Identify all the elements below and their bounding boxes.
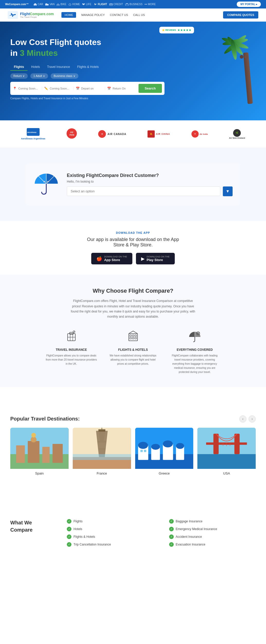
logo-flight: Flight	[20, 12, 30, 16]
select-option-input[interactable]	[67, 186, 220, 196]
air-china-label: Air China	[156, 133, 170, 135]
nav-contact-us[interactable]: CONTACT US	[110, 13, 128, 16]
next-destination-button[interactable]: ›	[249, 415, 256, 423]
svg-point-50	[31, 433, 36, 437]
tab-hotels[interactable]: Hotels	[27, 64, 43, 71]
tab-flights[interactable]: Flights	[10, 64, 27, 71]
select-arrow-button[interactable]: ▼	[223, 186, 233, 196]
return-input[interactable]	[113, 87, 134, 90]
top-nav-car[interactable]: CAR	[33, 3, 43, 6]
destination-france[interactable]: France	[73, 428, 131, 478]
svg-point-67	[163, 440, 173, 447]
return-option[interactable]: Return ∨	[10, 73, 28, 79]
play-store-button[interactable]: ▶ DOWNLOAD ON THE Play Store	[136, 253, 175, 264]
reviews-logo-text: ⭐ REVIEWS	[162, 29, 176, 31]
origin-input[interactable]	[18, 87, 39, 90]
destination-input[interactable]	[50, 87, 71, 90]
existing-customer-section: Existing FlightCompare Direct Customer? …	[0, 148, 266, 221]
top-nav-more[interactable]: ••• MORE	[144, 3, 156, 6]
umbrella-illustration	[33, 171, 59, 198]
business-icon	[125, 3, 129, 6]
logo-subtitle: The Travel People	[20, 16, 54, 18]
what-we-compare-section: What We Compare ✓ Flights ✓ Hotels ✓ Fli…	[0, 506, 266, 563]
top-nav-van[interactable]: VAN	[45, 3, 55, 6]
search-options: Return ∨ 1 Adult ∨ Business class ∨	[10, 73, 164, 79]
depart-input[interactable]	[81, 87, 102, 90]
popular-title: Popular Travel Destinations:	[10, 416, 80, 422]
svg-rect-49	[31, 436, 36, 442]
compare-flights-label: Flights	[74, 520, 82, 523]
main-header: FlightCompare.com The Travel People HOME…	[0, 8, 266, 22]
svg-rect-5	[45, 3, 47, 4]
destination-usa[interactable]: USA	[197, 428, 256, 478]
wecompare-brand: WeCompare.com™	[5, 3, 29, 6]
my-portal-button[interactable]: MY PORTAL ▸	[237, 2, 261, 7]
hero-content: Low Cost Flight quotes in 3 Minutes Flig…	[10, 37, 164, 100]
van-icon	[45, 3, 49, 6]
prev-destination-button[interactable]: ‹	[239, 415, 246, 423]
hotel-icon	[107, 330, 159, 345]
download-title: Our app is available for download on the…	[5, 237, 261, 248]
app-store-button[interactable]: 🍎 DOWNLOAD ON THE App Store	[91, 253, 132, 264]
edit-icon: ✏️	[44, 87, 48, 90]
greece-label: Greece	[135, 469, 194, 478]
why-choose-title: Why Choose Flight Compare?	[10, 288, 256, 294]
usa-image	[197, 428, 256, 469]
destination-spain[interactable]: Spain	[10, 428, 69, 478]
depart-field: 📅	[76, 87, 105, 90]
tab-flights-hotels[interactable]: Flights & Hotels	[74, 64, 102, 71]
top-nav-more-label: MORE	[148, 3, 156, 6]
why-card-everything-covered: EVERYTHING COVERED FlightCompare collabo…	[169, 330, 221, 374]
card-everything-covered-title: EVERYTHING COVERED	[169, 348, 221, 352]
top-nav-home[interactable]: HOME	[68, 3, 80, 6]
nav-manage-policy[interactable]: MANAGE POLICY	[81, 13, 105, 16]
top-nav-business[interactable]: BUSINESS	[125, 3, 143, 6]
destination-greece[interactable]: Greece	[135, 428, 194, 478]
palm-tree-decoration	[202, 22, 266, 104]
credit-icon	[109, 3, 113, 6]
logo-plane-icon	[8, 11, 18, 19]
top-nav-flight[interactable]: FLIGHT	[93, 3, 107, 6]
compare-quotes-button[interactable]: COMPARE QUOTES	[223, 11, 258, 19]
top-navigation: WeCompare.com™ CAR VAN BIKE HOME LIFE FL…	[0, 0, 266, 8]
adult-option[interactable]: 1 Adult ∨	[30, 73, 48, 79]
check-icon-trip-cancel: ✓	[67, 542, 71, 547]
greece-image	[135, 428, 194, 469]
svg-rect-58	[98, 448, 105, 450]
nav-home[interactable]: HOME	[61, 12, 76, 18]
top-nav-life[interactable]: LIFE	[82, 3, 91, 6]
destinations-grid: Spain France	[10, 428, 256, 478]
tab-travel-insurance[interactable]: Travel Insurance	[43, 64, 74, 71]
air-india-label: Air India	[200, 133, 208, 135]
logo-compare: Compare.com	[30, 12, 54, 16]
popular-header: Popular Travel Destinations: ‹ ›	[10, 415, 256, 423]
svg-rect-47	[42, 447, 50, 463]
top-nav-flight-label: FLIGHT	[98, 3, 107, 6]
airline-airnewzealand: 🌿 Air New Zealand	[229, 129, 245, 139]
home-icon	[68, 3, 71, 6]
what-compare-lists: ✓ Flights ✓ Hotels ✓ Flights & Hotels ✓ …	[67, 519, 256, 550]
svg-point-69	[176, 443, 184, 449]
check-icon-flights-hotels: ✓	[67, 534, 71, 539]
what-compare-title-line1: What We	[10, 520, 32, 525]
svg-rect-71	[144, 450, 146, 452]
compare-item-flights-hotels: ✓ Flights & Hotels	[67, 534, 154, 539]
play-store-text: DOWNLOAD ON THE Play Store	[147, 255, 170, 262]
check-icon-emergency-medical: ✓	[169, 527, 174, 531]
top-nav-car-label: CAR	[38, 3, 43, 6]
class-option[interactable]: Business class ∨	[51, 73, 78, 79]
more-dots-icon: •••	[144, 3, 147, 6]
svg-text:Aerolineas: Aerolineas	[27, 131, 36, 133]
spain-image	[10, 428, 69, 469]
card-everything-covered-desc: FlightCompare collaborates with leading …	[169, 354, 221, 374]
nav-call-us[interactable]: CALL US	[133, 13, 145, 16]
compare-item-baggage: ✓ Baggage Insurance	[169, 519, 256, 524]
existing-customer-card: Existing FlightCompare Direct Customer? …	[26, 163, 240, 205]
svg-rect-34	[130, 335, 131, 336]
france-label: France	[73, 469, 131, 478]
what-compare-title-line2: Compare	[10, 527, 33, 533]
svg-rect-70	[140, 450, 143, 452]
search-button[interactable]: Search	[139, 84, 162, 93]
top-nav-credit[interactable]: CREDIT	[109, 3, 123, 6]
top-nav-bike[interactable]: BIKE	[57, 3, 66, 6]
